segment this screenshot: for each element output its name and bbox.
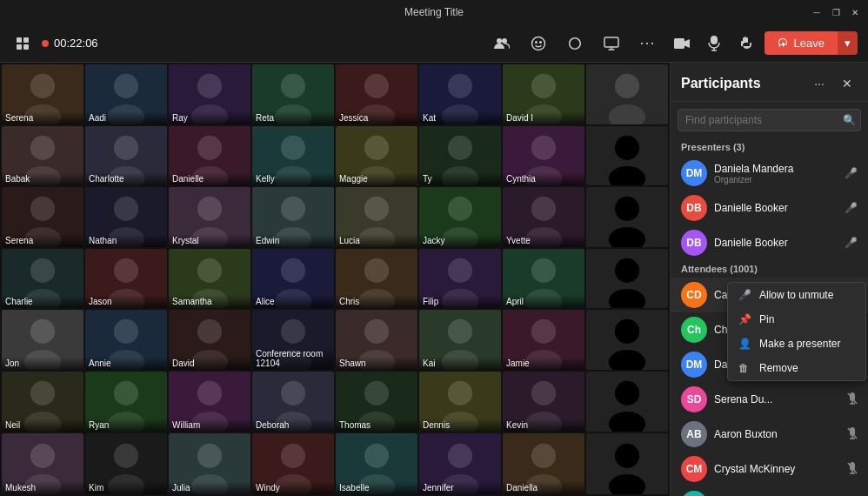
svg-rect-9 [604,37,618,47]
window-controls[interactable]: ─ ❐ ✕ [811,6,861,18]
svg-point-118 [364,443,389,467]
video-cell[interactable]: Yvette [503,187,584,247]
video-cell[interactable]: Lucia [336,187,417,247]
video-cell[interactable] [586,126,668,186]
maximize-button[interactable]: ❐ [830,6,842,18]
panel-more-icon[interactable]: ··· [809,73,830,94]
emoji-icon[interactable] [526,31,551,56]
video-cell[interactable]: Charlotte [85,126,167,186]
video-cell[interactable]: Samantha [169,249,250,309]
camera-icon[interactable] [671,31,695,56]
close-button[interactable]: ✕ [849,6,861,18]
video-cell[interactable]: Charlie [2,249,83,309]
video-cell[interactable]: Mukesh [2,433,83,495]
video-cell[interactable]: David I [503,64,584,124]
video-cell[interactable]: Babak [2,126,83,186]
svg-point-114 [197,443,222,467]
video-cell[interactable]: Jason [85,249,167,309]
search-box[interactable]: 🔍 [678,109,861,131]
microphone-icon[interactable] [702,31,726,56]
video-cell[interactable]: Jessica [336,64,417,124]
video-cell[interactable]: David [169,310,250,370]
context-menu-item[interactable]: 👤Make a presenter [728,332,865,356]
video-cell[interactable]: Isabelle [336,433,417,495]
svg-point-70 [364,258,389,283]
share-screen-icon[interactable] [599,31,624,56]
raise-hand-icon[interactable] [733,31,758,56]
video-cell[interactable] [586,187,668,247]
participants-icon[interactable] [490,31,514,56]
video-cell[interactable] [586,249,668,309]
video-cell[interactable]: Serena [2,187,83,247]
video-cell[interactable]: Jon [2,310,83,370]
participant-item[interactable]: CDCassandra Dunn···🎤Allow to unmute📌Pin👤… [671,278,868,312]
participant-list[interactable]: Presenters (3)DMDaniela ManderaOrganizer… [671,138,868,496]
participant-item[interactable]: CMCrystal McKinney [671,452,868,486]
svg-point-14 [30,74,55,98]
context-menu-item[interactable]: 🗑Remove [728,356,865,380]
video-cell[interactable]: Reta [252,64,334,124]
video-cell[interactable]: Kim [85,433,167,495]
video-cell[interactable]: Krystal [169,187,250,247]
video-cell[interactable]: Chris [336,249,417,309]
video-cell[interactable]: Neil [2,372,83,432]
video-cell[interactable]: Daniella [503,433,584,495]
search-input[interactable] [678,109,861,131]
video-cell[interactable]: Thomas [336,372,417,432]
more-options-icon[interactable]: ··· [636,31,660,56]
video-cell[interactable] [586,372,668,432]
video-cell[interactable]: Ray [169,64,250,124]
menu-item-label: Pin [759,313,774,325]
video-cell[interactable]: Alice [252,249,334,309]
leave-dropdown-button[interactable]: ▾ [837,31,858,55]
video-cell[interactable]: Jacky [419,187,501,247]
svg-point-22 [364,74,389,98]
video-cell[interactable] [586,310,668,370]
participant-item[interactable]: DBDanielle Booker🎤 [671,191,868,225]
video-cell[interactable]: Julia [169,433,250,495]
video-cell[interactable]: Filip [419,249,501,309]
context-menu-item[interactable]: 📌Pin [728,307,865,332]
video-cell[interactable]: Windy [252,433,334,495]
video-cell[interactable]: Kat [419,64,501,124]
panel-close-icon[interactable]: ✕ [837,73,858,94]
video-cell[interactable]: Cynthia [503,126,584,186]
video-cell[interactable] [586,433,668,495]
video-cell[interactable]: Maggie [336,126,417,186]
participant-item[interactable]: DBDanielle Booker🎤 [671,225,868,260]
video-cell[interactable]: Danielle [169,126,250,186]
video-cell[interactable]: Kai [419,310,501,370]
participant-item[interactable]: DMDaniela ManderaOrganizer🎤 [671,156,868,191]
reactions-icon[interactable] [563,31,587,56]
video-cell[interactable]: Kelly [252,126,334,186]
video-cell[interactable]: Shawn [336,310,417,370]
video-cell[interactable]: Jennifer [419,433,501,495]
video-cell[interactable]: Conference room 12104 [252,310,334,370]
video-cell[interactable]: Deborah [252,372,334,432]
video-cell[interactable]: Annie [85,310,167,370]
video-cell[interactable]: Dennis [419,372,501,432]
grid-view-icon[interactable] [10,31,35,56]
minimize-button[interactable]: ─ [811,6,823,18]
participant-name: Danielle Booker [714,237,838,249]
video-cell[interactable]: William [169,372,250,432]
participant-item[interactable]: ABAaron Buxton [671,417,868,452]
video-cell[interactable]: Kevin [503,372,584,432]
video-cell[interactable]: Jamie [503,310,584,370]
video-cell[interactable]: Nathan [85,187,167,247]
participant-item[interactable]: SDSerena Du... [671,382,868,417]
leave-button-group[interactable]: Leave ▾ [765,31,858,55]
video-cell[interactable] [586,64,668,124]
video-cell[interactable]: Edwin [252,187,334,247]
context-menu-item[interactable]: 🎤Allow to unmute [728,283,865,307]
video-cell[interactable]: Aadi [85,64,167,124]
video-cell[interactable]: Serena [2,64,83,124]
video-cell[interactable]: Ryan [85,372,167,432]
video-cell[interactable]: April [503,249,584,309]
video-cell[interactable]: Ty [419,126,501,186]
leave-button[interactable]: Leave [765,31,837,55]
video-label: William [169,419,250,432]
participant-item[interactable]: ESEdwin Smith [671,486,868,496]
svg-point-7 [535,41,537,43]
panel-header-icons: ··· ✕ [809,73,858,94]
